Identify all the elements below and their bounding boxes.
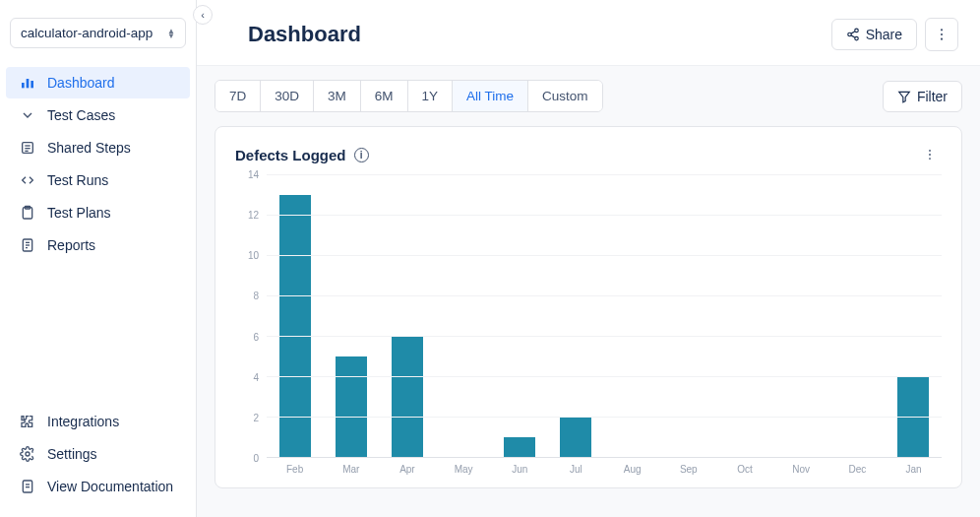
y-tick: 14 xyxy=(248,169,259,180)
bar-apr[interactable] xyxy=(392,336,423,457)
bar-chart-icon xyxy=(20,75,35,91)
bar-slot xyxy=(604,174,660,457)
sidebar-item-label: Reports xyxy=(47,237,95,253)
range-7d[interactable]: 7D xyxy=(215,81,261,111)
sidebar-item-shared-steps[interactable]: Shared Steps xyxy=(6,132,190,163)
bar-slot xyxy=(379,174,435,457)
project-selector[interactable]: calculator-android-app ▲▼ xyxy=(10,18,186,48)
svg-point-24 xyxy=(941,38,943,40)
time-range-group: 7D30D3M6M1YAll TimeCustom xyxy=(214,80,603,112)
svg-point-18 xyxy=(847,32,851,36)
svg-point-23 xyxy=(941,33,943,35)
doc-icon xyxy=(20,479,35,494)
bar-feb[interactable] xyxy=(279,195,311,458)
page-title: Dashboard xyxy=(248,22,361,47)
sidebar-item-label: Shared Steps xyxy=(47,140,131,156)
bar-mar[interactable] xyxy=(336,356,367,458)
main-content: Dashboard Share 7D30D3M6M1YAll TimeCusto… xyxy=(197,0,980,517)
gridline xyxy=(267,295,942,296)
y-tick: 8 xyxy=(253,291,259,301)
x-tick: Nov xyxy=(773,460,829,480)
svg-point-22 xyxy=(941,29,943,31)
card-title-wrap: Defects Logged i xyxy=(235,147,369,163)
x-tick: Feb xyxy=(267,460,323,480)
x-tick: Jan xyxy=(886,460,942,480)
sidebar-item-test-plans[interactable]: Test Plans xyxy=(6,197,190,228)
gridline xyxy=(267,255,942,256)
svg-point-19 xyxy=(854,36,858,40)
sidebar-item-dashboard[interactable]: Dashboard xyxy=(6,67,190,98)
filter-label: Filter xyxy=(917,89,948,104)
chevron-down-icon xyxy=(20,107,35,123)
card-title: Defects Logged xyxy=(235,147,346,163)
svg-rect-2 xyxy=(31,81,33,88)
filter-button[interactable]: Filter xyxy=(883,81,962,112)
range-all-time[interactable]: All Time xyxy=(453,81,528,111)
svg-point-13 xyxy=(26,452,30,456)
sidebar-item-settings[interactable]: Settings xyxy=(6,438,190,470)
project-name: calculator-android-app xyxy=(21,26,153,40)
sidebar-item-test-runs[interactable]: Test Runs xyxy=(6,164,190,196)
info-icon[interactable]: i xyxy=(354,148,369,162)
x-tick: May xyxy=(436,460,492,480)
sidebar: calculator-android-app ▲▼ ‹ DashboardTes… xyxy=(0,0,197,517)
sidebar-bottom-nav: IntegrationsSettingsView Documentation xyxy=(0,397,196,502)
gridline xyxy=(267,215,942,216)
range-3m[interactable]: 3M xyxy=(314,81,361,111)
share-icon xyxy=(846,28,860,41)
x-tick: Oct xyxy=(716,460,772,480)
svg-line-21 xyxy=(851,32,855,33)
svg-marker-25 xyxy=(899,92,910,102)
bars-container xyxy=(267,174,942,457)
share-label: Share xyxy=(866,27,902,42)
y-tick: 0 xyxy=(253,453,259,464)
chart: 02468101214 FebMarAprMayJunJulAugSepOctN… xyxy=(235,174,942,480)
report-icon xyxy=(20,237,35,253)
sidebar-nav: DashboardTest CasesShared StepsTest Runs… xyxy=(0,58,196,262)
bar-slot xyxy=(773,174,829,457)
gridline xyxy=(267,376,942,377)
bar-slot xyxy=(548,174,604,457)
bar-jul[interactable] xyxy=(560,417,591,457)
sidebar-bottom: IntegrationsSettingsView Documentation xyxy=(0,397,196,517)
svg-point-27 xyxy=(929,154,931,156)
collapse-sidebar-button[interactable]: ‹ xyxy=(193,5,213,25)
x-tick: Jul xyxy=(548,460,604,480)
header: Dashboard Share xyxy=(197,0,980,65)
y-tick: 4 xyxy=(253,371,259,382)
sidebar-item-test-cases[interactable]: Test Cases xyxy=(6,99,190,131)
range-custom[interactable]: Custom xyxy=(528,81,602,111)
card-menu-button[interactable] xyxy=(918,143,942,166)
more-vertical-icon xyxy=(934,27,949,42)
bar-slot xyxy=(716,174,772,457)
sidebar-item-integrations[interactable]: Integrations xyxy=(6,406,190,437)
toolbar: 7D30D3M6M1YAll TimeCustom Filter xyxy=(214,80,962,112)
svg-rect-1 xyxy=(27,79,30,88)
bar-slot xyxy=(436,174,492,457)
range-30d[interactable]: 30D xyxy=(261,81,314,111)
more-menu-button[interactable] xyxy=(925,18,958,51)
sidebar-item-label: Test Runs xyxy=(47,172,108,188)
svg-line-20 xyxy=(851,35,855,37)
bar-jun[interactable] xyxy=(504,437,535,458)
y-axis: 02468101214 xyxy=(235,174,263,458)
filter-icon xyxy=(897,90,911,103)
sidebar-item-label: Test Cases xyxy=(47,107,115,123)
more-vertical-icon xyxy=(923,148,937,162)
updown-icon: ▲▼ xyxy=(167,29,175,38)
range-6m[interactable]: 6M xyxy=(361,81,408,111)
share-button[interactable]: Share xyxy=(831,19,917,50)
y-tick: 6 xyxy=(253,331,259,342)
card-header: Defects Logged i xyxy=(235,143,942,166)
range-1y[interactable]: 1Y xyxy=(408,81,454,111)
sidebar-item-label: Integrations xyxy=(47,414,119,429)
y-tick: 12 xyxy=(248,210,259,221)
y-tick: 10 xyxy=(248,250,259,261)
y-tick: 2 xyxy=(253,412,259,422)
sidebar-item-reports[interactable]: Reports xyxy=(6,229,190,261)
defects-card: Defects Logged i 02468101214 FebMarAprMa… xyxy=(214,126,962,488)
sidebar-item-view-documentation[interactable]: View Documentation xyxy=(6,471,190,502)
gridline xyxy=(267,174,942,175)
x-axis: FebMarAprMayJunJulAugSepOctNovDecJan xyxy=(267,460,942,480)
x-tick: Sep xyxy=(660,460,716,480)
